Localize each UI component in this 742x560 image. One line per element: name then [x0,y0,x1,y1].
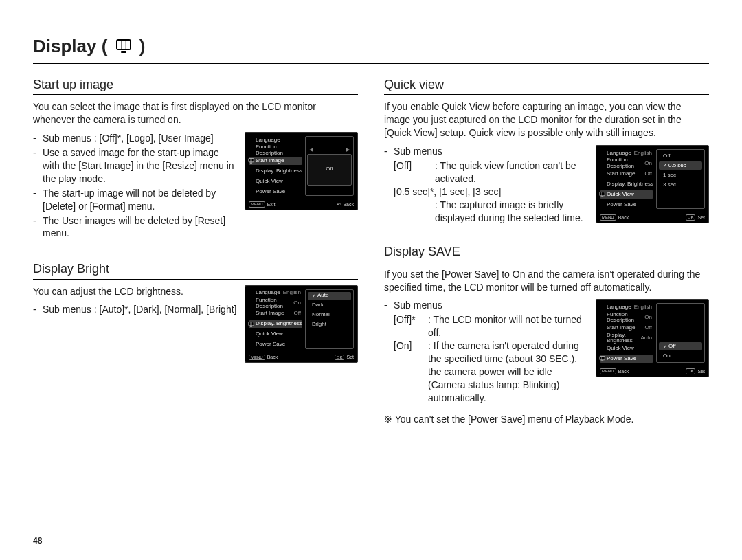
section-title: Quick view [384,76,709,95]
back-icon: ↶ [337,202,341,208]
startup-intro: You can select the image that is first d… [33,100,358,126]
section-title: Display SAVE [384,243,709,262]
quick-intro: If you enable Quick View before capturin… [384,100,709,139]
option: 1 sec [659,171,702,179]
bright-bullets: Sub menus : [Auto]*, [Dark], [Normal], [… [33,303,238,316]
svg-rect-16 [600,192,601,195]
option: 0.5 sec [659,161,702,170]
ok-badge: OK [335,355,345,361]
save-intro: If you set the [Power Save] to On and th… [384,268,709,294]
def-row: [Off]* The LCD monitor will not be turne… [394,313,589,339]
page-title-row: Display ( ) [33,34,709,64]
option: Normal [308,311,351,320]
startup-bullets: Sub menus : [Off]*, [Logo], [User Image]… [33,132,238,240]
sub-menus-label: Sub menus [384,299,589,312]
page-title-prefix: Display ( [33,36,107,56]
svg-rect-7 [250,159,251,161]
def-key-times: [0.5 sec]*, [1 sec], [3 sec] [394,186,589,199]
camera-screenshot-quickview: LanguageEnglish Function DescriptionOn S… [596,145,709,223]
bullet: The start-up image will not be deleted b… [33,187,238,213]
chevron-right-icon: ▶ [346,147,350,153]
svg-rect-22 [601,357,603,360]
display-icon [598,191,605,198]
svg-rect-24 [601,361,603,361]
display-icon [115,36,132,60]
def-row: The captured image is briefly displayed … [394,199,589,225]
svg-rect-8 [251,159,253,161]
svg-rect-17 [601,192,603,195]
powersave-note: You can't set the [Power Save] menu of P… [384,413,709,426]
svg-rect-13 [251,322,253,325]
svg-rect-19 [601,197,603,197]
svg-rect-18 [603,192,604,195]
section-title: Display Bright [33,260,358,279]
bullet: The User images will be deleted by [Rese… [33,214,238,240]
page-title-suffix: ) [139,36,146,56]
option: Off [659,152,702,160]
menu-badge: MENU [600,214,616,221]
option: Dark [308,302,351,310]
option: On [659,352,702,360]
svg-rect-2 [122,41,126,49]
def-row: [On] If the camera isn't operated during… [394,339,589,404]
section-bright: Display Bright You can adjust the LCD br… [33,260,358,363]
option: 3 sec [659,181,702,189]
page-number: 48 [33,535,42,546]
ok-badge: OK [686,214,696,221]
svg-rect-12 [250,322,251,325]
menu-badge: MENU [600,368,616,374]
bright-intro: You can adjust the LCD brightness. [33,285,238,298]
svg-rect-6 [249,159,250,161]
display-icon [598,355,605,362]
ok-badge: OK [686,368,696,374]
option-selected: Off [326,166,333,172]
display-icon [247,157,254,164]
bullet: Sub menus : [Off]*, [Logo], [User Image] [33,132,238,145]
svg-rect-3 [126,41,130,49]
svg-rect-4 [121,51,126,53]
option: Bright [308,321,351,329]
option: Auto [308,292,351,300]
svg-rect-9 [250,163,252,164]
svg-rect-23 [603,357,604,360]
camera-screenshot-startup: Language Function Description Start Imag… [245,132,358,210]
left-column: Start up image You can select the image … [33,76,358,445]
display-icon [247,321,254,328]
bullet: Sub menus : [Auto]*, [Dark], [Normal], [… [33,303,238,316]
sub-menus-label: Sub menus [384,145,589,158]
section-powersave: Display SAVE If you set the [Power Save]… [384,243,709,425]
svg-rect-21 [600,357,601,360]
chevron-left-icon: ◀ [309,147,313,153]
bullet: Use a saved image for the start-up image… [33,146,238,186]
menu-badge: MENU [249,355,265,361]
menu-badge: MENU [249,201,265,208]
def-row: [Off] The quick view function can't be a… [394,159,589,186]
svg-rect-11 [249,322,250,325]
right-column: Quick view If you enable Quick View befo… [384,76,709,445]
section-title: Start up image [33,76,358,95]
svg-rect-14 [250,326,252,326]
camera-screenshot-bright: LanguageEnglish Function DescriptionOn S… [245,285,358,363]
svg-rect-1 [117,41,122,49]
section-startup: Start up image You can select the image … [33,76,358,241]
camera-screenshot-powersave: LanguageEnglish Function DescriptionOn S… [596,299,709,377]
option: Off [659,342,702,350]
section-quickview: Quick view If you enable Quick View befo… [384,76,709,224]
